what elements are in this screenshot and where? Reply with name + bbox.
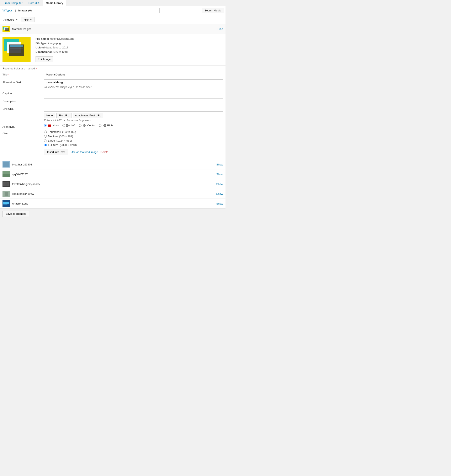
media-library-dialog: From Computer From URL Media Library All…: [0, 0, 226, 219]
search-input[interactable]: [159, 8, 201, 13]
align-right-radio[interactable]: [99, 124, 101, 127]
size-medium-label: Medium (300 × 161): [48, 135, 73, 138]
tab-from-url[interactable]: From URL: [25, 0, 43, 6]
align-none-radio[interactable]: [44, 124, 47, 127]
align-none-option[interactable]: None: [44, 124, 59, 127]
alt-text-field-wrap: Alt text for the image, e.g. "The Mona L…: [44, 79, 223, 88]
fdzq-thumb: [2, 181, 10, 187]
all-types-link[interactable]: All Types: [2, 9, 13, 12]
preset-none-button[interactable]: None: [44, 113, 55, 118]
filter-button[interactable]: Filter »: [21, 17, 35, 22]
svg-rect-21: [104, 124, 106, 125]
alt-text-input[interactable]: [44, 79, 223, 85]
date-select[interactable]: All dates: [2, 17, 19, 22]
svg-rect-17: [84, 124, 85, 125]
images-filter-active: Images (6): [18, 9, 31, 12]
size-full-radio[interactable]: [44, 144, 47, 146]
file-name-row: File name: MaterialDesigns.png: [36, 37, 223, 40]
list-item: kpbg8bakjq4-crew Show: [0, 189, 226, 199]
size-large-option[interactable]: Large (1024 × 551): [44, 139, 223, 142]
fdzq-name: fdzqttdi7bs-gerry-roarty: [12, 182, 216, 186]
alt-text-row: Alternative Text Alt text for the image,…: [2, 79, 223, 88]
size-label: Size: [2, 130, 44, 135]
form-section: Title * Alternative Text Alt text for th…: [0, 71, 226, 160]
upload-date-label: Upload date:: [36, 46, 52, 49]
insert-into-post-button[interactable]: Insert into Post: [44, 149, 68, 155]
size-medium-radio[interactable]: [44, 135, 47, 138]
anazro-thumb: [2, 200, 10, 207]
align-none-icon: [48, 124, 51, 127]
size-full-option[interactable]: Full Size (2320 × 1248): [44, 144, 223, 147]
dimensions-row: Dimensions: 2320 × 1248: [36, 50, 223, 53]
save-all-button[interactable]: Save all changes: [2, 211, 29, 217]
alignment-options: None Left Center: [44, 124, 223, 127]
svg-rect-12: [48, 126, 51, 127]
delete-link[interactable]: Delete: [100, 150, 108, 154]
svg-rect-35: [3, 202, 9, 203]
align-left-option[interactable]: Left: [62, 124, 75, 127]
link-url-field-wrap: None File URL Attachment Post URL Enter …: [44, 106, 223, 122]
align-right-option[interactable]: Right: [99, 124, 113, 127]
file-type-value: image/png: [48, 42, 61, 45]
size-medium-option[interactable]: Medium (300 × 161): [44, 135, 223, 138]
align-left-radio[interactable]: [62, 124, 65, 127]
edit-image-button[interactable]: Edit Image: [36, 56, 53, 62]
description-input[interactable]: [44, 98, 223, 104]
svg-rect-8: [10, 45, 23, 47]
media-list: breather-163403 Show qtq80-lFEiS7 Show f…: [0, 160, 226, 208]
search-button[interactable]: Search Media: [202, 8, 224, 13]
tab-from-computer[interactable]: From Computer: [1, 0, 25, 6]
title-input[interactable]: [44, 72, 223, 77]
filter-bar: All Types | Images (6) Search Media: [0, 6, 226, 15]
title-row: Title *: [2, 72, 223, 77]
size-thumbnail-radio[interactable]: [44, 131, 47, 133]
description-row: Description: [2, 98, 223, 104]
anazro-show-link[interactable]: Show: [216, 202, 223, 205]
align-right-icon: [103, 124, 106, 127]
svg-rect-23: [103, 126, 106, 126]
selected-item-header: MaterialDesigns Hide: [0, 24, 226, 34]
filter-separator: |: [15, 9, 16, 12]
svg-rect-22: [103, 125, 106, 125]
anazro-name: Anazro_Logo: [12, 202, 216, 205]
kpbg-name: kpbg8bakjq4-crew: [12, 192, 216, 195]
hide-link[interactable]: Hide: [217, 27, 223, 31]
search-wrap: Search Media: [159, 8, 224, 13]
file-type-row: File type: image/png: [36, 42, 223, 45]
svg-rect-14: [66, 125, 70, 125]
size-thumbnail-label: Thumbnail (150 × 150): [48, 130, 76, 133]
action-row: Insert into Post Use as featured image D…: [44, 149, 223, 155]
preset-attachment-url-button[interactable]: Attachment Post URL: [73, 113, 103, 118]
tab-media-library[interactable]: Media Library: [43, 0, 66, 6]
dimensions-label: Dimensions:: [36, 50, 52, 53]
size-thumbnail-option[interactable]: Thumbnail (150 × 150): [44, 130, 223, 133]
kpbg-show-link[interactable]: Show: [216, 192, 223, 195]
fdzq-show-link[interactable]: Show: [216, 182, 223, 186]
caption-input[interactable]: [44, 91, 223, 96]
file-type-label: File type:: [36, 42, 47, 45]
size-large-radio[interactable]: [44, 139, 47, 142]
breather-show-link[interactable]: Show: [216, 163, 223, 166]
svg-rect-13: [66, 124, 68, 125]
align-center-radio[interactable]: [79, 124, 81, 127]
align-center-option[interactable]: Center: [79, 124, 95, 127]
alignment-field-wrap: None Left Center: [44, 124, 223, 127]
qtq80-show-link[interactable]: Show: [216, 173, 223, 176]
svg-rect-20: [84, 126, 85, 127]
preset-file-url-button[interactable]: File URL: [56, 113, 71, 118]
svg-rect-15: [66, 126, 70, 126]
link-url-presets: None File URL Attachment Post URL: [44, 113, 223, 118]
svg-rect-33: [5, 192, 8, 196]
align-none-label: None: [53, 124, 59, 127]
svg-rect-11: [48, 125, 51, 126]
breather-name: breather-163403: [12, 163, 216, 166]
upload-date-value: June 1, 2017: [53, 46, 68, 49]
description-label: Description: [2, 98, 44, 103]
list-item: Anazro_Logo Show: [0, 199, 226, 208]
svg-point-31: [5, 182, 8, 186]
caption-label: Caption: [2, 91, 44, 95]
use-as-featured-link[interactable]: Use as featured image: [71, 150, 98, 154]
link-url-input[interactable]: [44, 106, 223, 112]
qtq80-thumb: [2, 171, 10, 177]
svg-rect-10: [48, 125, 51, 125]
